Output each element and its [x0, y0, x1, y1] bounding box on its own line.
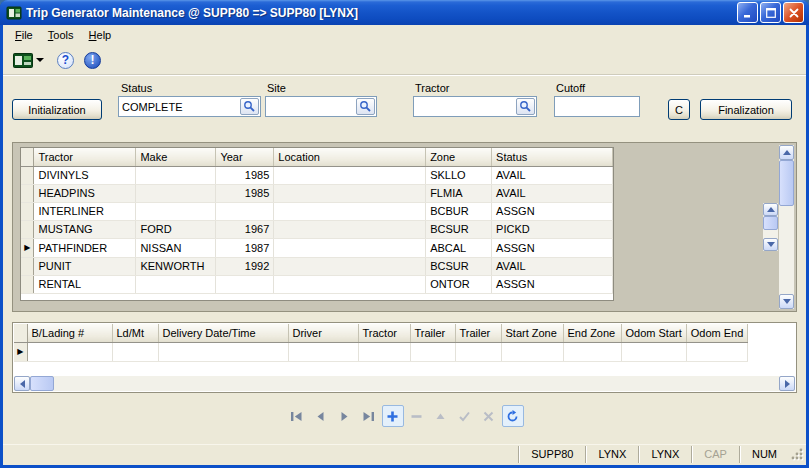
row-selector[interactable] [21, 257, 34, 275]
column-header[interactable]: Tractor [34, 148, 136, 166]
grid-cell[interactable]: SKLLO [426, 166, 492, 184]
row-selector[interactable]: ▶ [14, 342, 27, 361]
scroll-left-button[interactable] [14, 376, 30, 391]
grid-cell[interactable] [621, 342, 686, 361]
grid-cell[interactable] [158, 342, 288, 361]
add-button[interactable] [382, 405, 404, 427]
minimize-button[interactable] [737, 2, 758, 23]
column-header[interactable]: Make [136, 148, 216, 166]
column-header[interactable]: Location [274, 148, 426, 166]
grid-cell[interactable] [274, 166, 426, 184]
grid-cell[interactable]: ASSGN [492, 275, 613, 293]
column-header[interactable]: Ld/Mt [112, 324, 158, 342]
close-button[interactable] [783, 2, 804, 23]
grid-cell[interactable] [455, 342, 501, 361]
grid-cell[interactable] [112, 342, 158, 361]
panel-vertical-scrollbar[interactable] [779, 145, 794, 309]
grid-cell[interactable]: KENWORTH [136, 257, 216, 275]
site-input[interactable] [266, 101, 356, 113]
menu-file[interactable]: File [9, 28, 39, 42]
row-selector[interactable] [21, 220, 34, 238]
row-selector[interactable] [21, 184, 34, 202]
delete-button[interactable] [406, 405, 428, 427]
grid-cell[interactable]: 1985 [216, 166, 274, 184]
column-header[interactable]: Trailer [455, 324, 501, 342]
grid-cell[interactable] [686, 342, 748, 361]
grid-cell[interactable]: NISSAN [136, 238, 216, 257]
scroll-track[interactable] [779, 206, 794, 294]
up-button[interactable] [430, 405, 452, 427]
initialization-button[interactable]: Initialization [12, 99, 102, 120]
grid-cell[interactable]: DIVINYLS [34, 166, 136, 184]
column-header[interactable]: Delivery Date/Time [158, 324, 288, 342]
grid-cell[interactable] [410, 342, 455, 361]
status-input[interactable] [119, 101, 240, 113]
table-row[interactable]: INTERLINERBCBURASSGN [21, 202, 613, 220]
grid-cell[interactable]: FORD [136, 220, 216, 238]
grid-cell[interactable]: BCSUR [426, 220, 492, 238]
next-button[interactable] [334, 405, 356, 427]
grid-cell[interactable]: 1985 [216, 184, 274, 202]
column-header[interactable]: Trailer [410, 324, 455, 342]
grid-cell[interactable] [136, 202, 216, 220]
table-row[interactable]: HEADPINS1985FLMIAAVAIL [21, 184, 613, 202]
grid-cell[interactable] [274, 238, 426, 257]
grid-cell[interactable]: HEADPINS [34, 184, 136, 202]
hscroll-track[interactable] [54, 376, 779, 391]
table-row[interactable]: PUNITKENWORTH1992BCSURAVAIL [21, 257, 613, 275]
grid-cell[interactable]: FLMIA [426, 184, 492, 202]
about-button[interactable] [84, 52, 101, 69]
grid-cell[interactable] [136, 184, 216, 202]
prev-button[interactable] [310, 405, 332, 427]
last-button[interactable] [358, 405, 380, 427]
grid-cell[interactable]: BCBUR [426, 202, 492, 220]
refresh-button[interactable] [502, 405, 524, 427]
help-button[interactable] [57, 52, 74, 69]
row-selector[interactable] [21, 202, 34, 220]
grid-scroll-thumb[interactable] [763, 216, 778, 230]
grid-cell[interactable]: BCSUR [426, 257, 492, 275]
column-header[interactable]: End Zone [563, 324, 621, 342]
column-header[interactable]: Zone [426, 148, 492, 166]
grid-cell[interactable]: ASSGN [492, 202, 613, 220]
grid-cell[interactable] [216, 202, 274, 220]
finalization-button[interactable]: Finalization [700, 99, 792, 120]
site-lookup-button[interactable] [356, 98, 375, 115]
grid-cell[interactable] [216, 275, 274, 293]
column-header[interactable]: Status [492, 148, 613, 166]
grid-scroll-up-button[interactable] [763, 203, 778, 216]
grid-cell[interactable]: AVAIL [492, 257, 613, 275]
table-row[interactable]: ▶ [14, 342, 748, 361]
hscroll-thumb[interactable] [30, 376, 54, 391]
grid-scroll-down-button[interactable] [763, 238, 778, 251]
detail-horizontal-scrollbar[interactable] [14, 376, 795, 391]
cutoff-input[interactable] [555, 101, 639, 113]
cancel-button[interactable] [478, 405, 500, 427]
grid-cell[interactable] [274, 257, 426, 275]
grid-cell[interactable]: PATHFINDER [34, 238, 136, 257]
grid-cell[interactable]: 1967 [216, 220, 274, 238]
grid-scroll-track[interactable] [763, 230, 778, 238]
scroll-thumb[interactable] [779, 160, 794, 206]
grid-cell[interactable] [288, 342, 358, 361]
grid-cell[interactable]: AVAIL [492, 166, 613, 184]
grid-cell[interactable]: MUSTANG [34, 220, 136, 238]
grid-cell[interactable] [358, 342, 410, 361]
column-header[interactable]: Year [216, 148, 274, 166]
accept-button[interactable] [454, 405, 476, 427]
trips-toolbar-button[interactable] [10, 51, 47, 70]
table-row[interactable]: DIVINYLS1985SKLLOAVAIL [21, 166, 613, 184]
grid-cell[interactable] [136, 166, 216, 184]
grid-cell[interactable] [563, 342, 621, 361]
grid-cell[interactable] [274, 275, 426, 293]
first-button[interactable] [286, 405, 308, 427]
column-header[interactable]: Start Zone [501, 324, 563, 342]
maximize-button[interactable] [760, 2, 781, 23]
grid-cell[interactable] [501, 342, 563, 361]
grid-cell[interactable] [274, 220, 426, 238]
scroll-up-button[interactable] [779, 145, 794, 160]
tractor-lookup-button[interactable] [516, 98, 535, 115]
column-header[interactable]: Tractor [358, 324, 410, 342]
grid-cell[interactable] [274, 202, 426, 220]
grid-cell[interactable] [27, 342, 112, 361]
